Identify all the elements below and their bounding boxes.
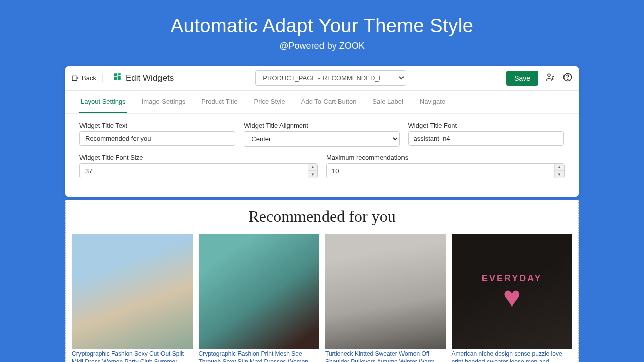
page-title-group: Edit Widgets xyxy=(109,72,174,84)
product-caption: Cryptographic Fashion Sexy Cut Out Split… xyxy=(72,350,193,362)
svg-rect-2 xyxy=(118,73,121,75)
input-widget-title-text[interactable] xyxy=(79,131,235,146)
product-caption: American niche design sense puzzle love … xyxy=(452,350,573,362)
select-widget-title-alignment[interactable]: Center xyxy=(244,131,399,147)
label-widget-title-font-size: Widget Title Font Size xyxy=(79,154,318,161)
tab-image-settings[interactable]: Image Settings xyxy=(141,90,187,113)
max-recs-up-icon[interactable]: ▲ xyxy=(555,164,564,171)
spinner-max-recs: ▲ ▼ xyxy=(326,163,565,178)
product-graphic: EVERYDAY ♥ xyxy=(481,273,542,311)
field-widget-title-font-size: Widget Title Font Size ▲ ▼ xyxy=(79,154,318,178)
input-max-recs[interactable] xyxy=(327,164,554,178)
spinner-font-size: ▲ ▼ xyxy=(79,163,318,178)
tab-sale-label[interactable]: Sale Label xyxy=(371,90,404,113)
field-maximum-recommendations: Maximum recommendations ▲ ▼ xyxy=(326,154,565,178)
back-button[interactable]: Back xyxy=(71,74,103,82)
user-support-icon[interactable] xyxy=(545,72,555,84)
font-size-down-icon[interactable]: ▼ xyxy=(308,171,317,178)
back-label: Back xyxy=(82,74,96,82)
input-widget-title-font[interactable] xyxy=(408,131,564,146)
product-image xyxy=(325,234,446,349)
preview-area: Recommended for you Cryptographic Fashio… xyxy=(65,200,579,362)
hero-title: Automatic Adapt Your Theme Style xyxy=(0,15,644,37)
widgets-icon xyxy=(113,72,122,84)
product-image xyxy=(72,234,193,349)
product-card[interactable]: Turtleneck Kintted Sweater Women Off Sho… xyxy=(325,234,446,362)
product-caption: Turtleneck Kintted Sweater Women Off Sho… xyxy=(325,350,446,362)
svg-rect-0 xyxy=(72,76,77,80)
back-icon xyxy=(71,74,79,82)
field-widget-title-alignment: Widget Title Alignment Center xyxy=(244,122,399,147)
tab-product-title[interactable]: Product Title xyxy=(200,90,238,113)
form-area: Widget Title Text Widget Title Alignment… xyxy=(65,114,579,197)
font-size-up-icon[interactable]: ▲ xyxy=(308,164,317,171)
help-icon[interactable] xyxy=(562,72,573,84)
tab-navigate[interactable]: Navigate xyxy=(419,90,446,113)
page-title: Edit Widgets xyxy=(126,73,174,83)
svg-rect-3 xyxy=(118,76,121,80)
svg-point-6 xyxy=(552,78,553,79)
svg-rect-1 xyxy=(114,73,117,76)
product-caption: Cryptographic Fashion Print Mesh See Thr… xyxy=(199,350,319,362)
svg-point-8 xyxy=(567,79,568,79)
svg-point-5 xyxy=(548,74,550,76)
save-button[interactable]: Save xyxy=(506,71,538,86)
svg-rect-4 xyxy=(114,77,117,80)
product-list: Cryptographic Fashion Sexy Cut Out Split… xyxy=(66,234,578,362)
product-card[interactable]: Cryptographic Fashion Print Mesh See Thr… xyxy=(199,234,319,362)
toolbar: Back Edit Widgets PRODUCT_PAGE - RECOMME… xyxy=(65,66,579,90)
hero-subtitle: @Powered by ZOOK xyxy=(0,41,644,51)
field-widget-title-text: Widget Title Text xyxy=(79,122,235,147)
editor-panel: Back Edit Widgets PRODUCT_PAGE - RECOMME… xyxy=(65,66,579,197)
hero-banner: Automatic Adapt Your Theme Style @Powere… xyxy=(0,0,644,61)
product-image: EVERYDAY ♥ xyxy=(452,234,573,349)
page-selector-wrap: PRODUCT_PAGE - RECOMMENDED_FOR_YOU - 326… xyxy=(255,70,406,86)
product-card[interactable]: Cryptographic Fashion Sexy Cut Out Split… xyxy=(72,234,193,362)
input-font-size[interactable] xyxy=(80,164,308,178)
preview-heading: Recommended for you xyxy=(66,207,578,226)
label-widget-title-font: Widget Title Font xyxy=(408,122,564,129)
page-selector[interactable]: PRODUCT_PAGE - RECOMMENDED_FOR_YOU - 326… xyxy=(255,70,406,86)
label-widget-title-text: Widget Title Text xyxy=(79,122,235,129)
field-widget-title-font: Widget Title Font xyxy=(408,122,564,147)
max-recs-down-icon[interactable]: ▼ xyxy=(555,171,564,178)
tabs: Layout Settings Image Settings Product T… xyxy=(65,90,579,114)
product-card[interactable]: EVERYDAY ♥ American niche design sense p… xyxy=(452,234,573,362)
label-widget-title-alignment: Widget Title Alignment xyxy=(244,122,399,129)
label-maximum-recommendations: Maximum recommendations xyxy=(326,154,565,161)
tab-price-style[interactable]: Price Style xyxy=(253,90,286,113)
tab-add-to-cart[interactable]: Add To Cart Button xyxy=(300,90,358,113)
product-image xyxy=(199,234,319,349)
toolbar-right: Save xyxy=(506,71,573,86)
tab-layout-settings[interactable]: Layout Settings xyxy=(79,90,127,113)
